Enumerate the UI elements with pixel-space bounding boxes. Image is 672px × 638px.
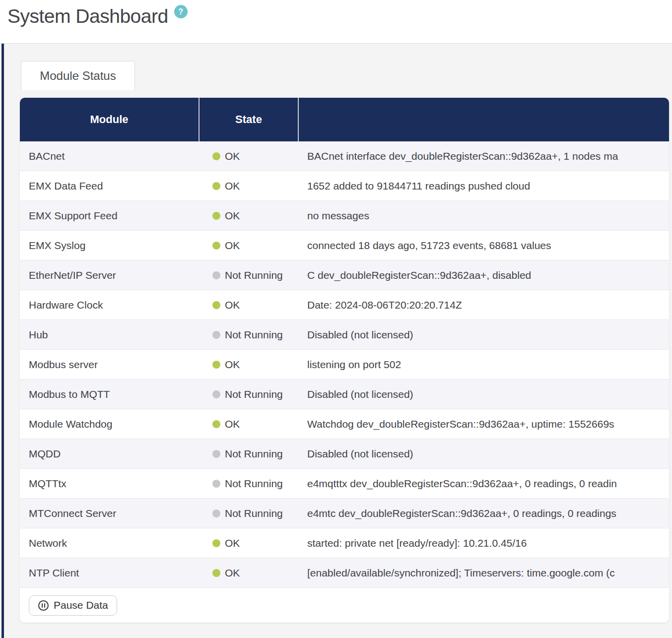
column-header-state: State <box>199 98 298 141</box>
state-dot <box>212 182 220 190</box>
table-row: Modbus to MQTT Not Running Disabled (not… <box>20 380 669 409</box>
state-dot <box>212 361 220 369</box>
state-label: OK <box>225 359 240 371</box>
module-cell: Modbus server <box>20 359 199 371</box>
state-label: Not Running <box>225 508 283 519</box>
state-label: OK <box>225 180 240 192</box>
table-row: Modbus server OK listening on port 502 <box>20 350 669 380</box>
details-cell: Disabled (not licensed) <box>298 388 669 400</box>
details-cell: listening on port 502 <box>298 359 669 371</box>
pause-data-button[interactable]: Pause Data <box>29 595 117 616</box>
pause-data-button-label: Pause Data <box>54 599 108 611</box>
state-label: OK <box>225 567 240 579</box>
module-cell: BACnet <box>20 150 199 162</box>
table-footer: Pause Data <box>20 588 669 623</box>
state-dot <box>212 242 220 250</box>
state-label: OK <box>225 210 240 222</box>
state-label: Not Running <box>225 269 283 281</box>
state-cell: Not Running <box>199 329 298 341</box>
state-label: OK <box>225 418 240 430</box>
state-label: OK <box>225 240 240 252</box>
module-cell: MQTTtx <box>20 478 199 490</box>
state-label: OK <box>225 150 240 162</box>
column-header-details <box>298 98 669 141</box>
details-cell: [enabled/available/synchronized]; Timese… <box>298 567 669 579</box>
state-cell: OK <box>199 150 298 162</box>
state-label: Not Running <box>225 448 283 460</box>
table-row: MQDD Not Running Disabled (not licensed) <box>20 439 669 469</box>
module-cell: Network <box>20 537 199 549</box>
state-cell: Not Running <box>199 269 298 281</box>
table-row: Hardware Clock OK Date: 2024-08-06T20:20… <box>20 290 669 320</box>
details-cell: 1652 added to 91844711 readings pushed c… <box>298 180 669 192</box>
page-title: System Dashboard <box>7 5 168 28</box>
module-cell: Hardware Clock <box>20 299 199 311</box>
state-dot <box>212 152 220 160</box>
tab-module-status[interactable]: Module Status <box>21 61 135 90</box>
table-row: Network OK started: private net [ready/r… <box>20 528 669 558</box>
state-label: OK <box>225 299 240 311</box>
state-cell: OK <box>199 180 298 192</box>
module-status-table: Module State BACnet OK BACnet interface … <box>20 98 669 623</box>
details-cell: Date: 2024-08-06T20:20:20.714Z <box>298 299 669 311</box>
state-cell: Not Running <box>199 478 298 490</box>
help-icon[interactable]: ? <box>174 5 188 18</box>
module-cell: Modbus to MQTT <box>20 388 199 400</box>
module-cell: EMX Support Feed <box>20 210 199 222</box>
state-dot <box>212 480 220 488</box>
details-cell: e4mqtttx dev_doubleRegisterScan::9d362aa… <box>298 478 669 490</box>
pause-icon <box>38 600 49 611</box>
left-accent-bar <box>1 44 4 638</box>
module-cell: Module Watchdog <box>20 418 199 430</box>
table-row: NTP Client OK [enabled/available/synchro… <box>20 558 669 588</box>
state-cell: Not Running <box>199 448 298 460</box>
table-body: BACnet OK BACnet interface dev_doubleReg… <box>20 141 669 588</box>
state-cell: OK <box>199 359 298 371</box>
module-cell: Hub <box>20 329 199 341</box>
state-dot <box>212 390 220 398</box>
table-row: Module Watchdog OK Watchdog dev_doubleRe… <box>20 409 669 439</box>
state-label: Not Running <box>225 388 283 400</box>
column-header-module: Module <box>20 98 199 141</box>
state-dot <box>212 539 220 547</box>
state-dot <box>212 510 220 517</box>
state-dot <box>212 450 220 458</box>
state-dot <box>212 212 220 220</box>
table-header-row: Module State <box>20 98 669 141</box>
details-cell: Disabled (not licensed) <box>298 329 669 341</box>
module-cell: MQDD <box>20 448 199 460</box>
table-row: EMX Syslog OK connected 18 days ago, 517… <box>20 231 669 260</box>
state-dot <box>212 271 220 279</box>
state-cell: OK <box>199 299 298 311</box>
tab-module-status-label: Module Status <box>40 69 116 83</box>
table-row: BACnet OK BACnet interface dev_doubleReg… <box>20 141 669 171</box>
module-cell: MTConnect Server <box>20 508 199 519</box>
details-cell: BACnet interface dev_doubleRegisterScan:… <box>298 150 669 162</box>
state-cell: OK <box>199 418 298 430</box>
module-cell: EMX Syslog <box>20 240 199 252</box>
table-row: MTConnect Server Not Running e4mtc dev_d… <box>20 499 669 528</box>
table-row: MQTTtx Not Running e4mqtttx dev_doubleRe… <box>20 469 669 499</box>
details-cell: Disabled (not licensed) <box>298 448 669 460</box>
table-row: Hub Not Running Disabled (not licensed) <box>20 320 669 350</box>
details-cell: e4mtc dev_doubleRegisterScan::9d362aa+, … <box>298 508 669 519</box>
state-label: Not Running <box>225 329 283 341</box>
state-dot <box>212 301 220 309</box>
state-dot <box>212 420 220 428</box>
table-row: EtherNet/IP Server Not Running C dev_dou… <box>20 260 669 290</box>
module-cell: NTP Client <box>20 567 199 579</box>
details-cell: C dev_doubleRegisterScan::9d362aa+, disa… <box>298 269 669 281</box>
state-cell: Not Running <box>199 388 298 400</box>
module-cell: EtherNet/IP Server <box>20 269 199 281</box>
details-cell: started: private net [ready/ready]: 10.2… <box>298 537 669 549</box>
state-cell: OK <box>199 240 298 252</box>
state-label: Not Running <box>225 478 283 490</box>
page: System Dashboard ? Module Status Module … <box>0 0 672 638</box>
table-row: EMX Data Feed OK 1652 added to 91844711 … <box>20 171 669 201</box>
table-row: EMX Support Feed OK no messages <box>20 201 669 231</box>
state-cell: OK <box>199 567 298 579</box>
state-cell: OK <box>199 210 298 222</box>
state-dot <box>212 569 220 577</box>
state-cell: OK <box>199 537 298 549</box>
module-cell: EMX Data Feed <box>20 180 199 192</box>
